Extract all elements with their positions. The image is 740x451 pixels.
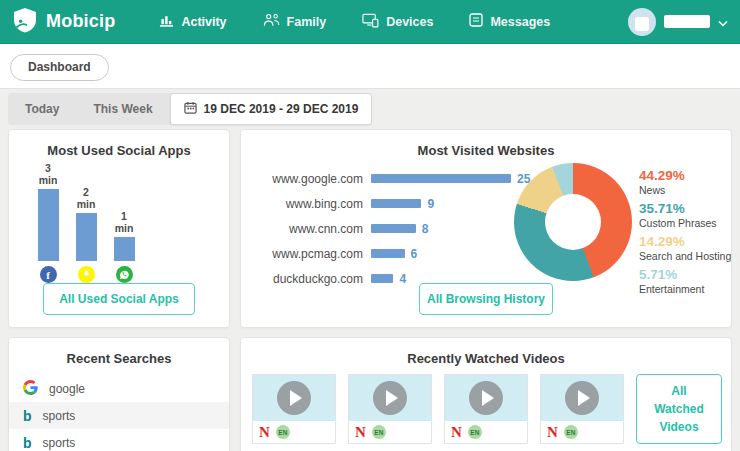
all-browsing-history-button[interactable]: All Browsing History — [419, 283, 553, 315]
facebook-icon: f — [40, 266, 57, 283]
search-query: sports — [43, 436, 76, 450]
bar-snapchat: 2min — [75, 186, 97, 261]
card-title: Recently Watched Videos — [241, 351, 731, 366]
nav-item-devices[interactable]: Devices — [362, 13, 433, 31]
list-item[interactable]: b sports — [9, 429, 229, 451]
language-badge: EN — [372, 425, 386, 439]
avatar[interactable] — [628, 8, 656, 36]
play-icon[interactable] — [373, 381, 407, 415]
tab-this-week[interactable]: This Week — [76, 94, 169, 124]
visit-bar — [371, 249, 405, 258]
legend-item: 14.29% Search and Hosting — [639, 234, 740, 262]
legend-item: 44.29% News — [639, 168, 740, 196]
whatsapp-usage-bar — [114, 237, 135, 261]
list-item[interactable]: google — [9, 375, 229, 402]
category-donut — [514, 163, 632, 281]
user-menu[interactable] — [628, 8, 728, 36]
all-used-social-apps-button[interactable]: All Used Social Apps — [43, 283, 195, 315]
play-icon[interactable] — [469, 381, 503, 415]
social-app-icons: f — [37, 266, 135, 283]
bar-whatsapp: 1min — [113, 210, 135, 261]
nav-item-family[interactable]: Family — [263, 13, 327, 31]
date-filter-tabs: Today This Week 19 DEC 2019 - 29 DEC 201… — [8, 93, 372, 125]
legend-item: 5.71% Entertainment — [639, 267, 740, 295]
nav-label: Family — [287, 15, 327, 29]
nav-label: Activity — [181, 15, 226, 29]
visit-bar — [371, 224, 416, 233]
all-watched-videos-button[interactable]: All Watched Videos — [636, 374, 722, 444]
list-item[interactable]: b sports — [9, 402, 229, 429]
card-recent-searches: Recent Searches google b sports b sports — [8, 337, 230, 451]
search-query: google — [49, 382, 85, 396]
mobicip-logo[interactable]: Mobicip — [12, 7, 115, 37]
websites-bar-chart: www.google.com 25 www.bing.com 9 www.cnn… — [255, 166, 530, 291]
google-icon — [23, 380, 38, 398]
card-recently-watched-videos: Recently Watched Videos N EN N EN N EN — [240, 337, 732, 451]
mobicip-bird-icon — [12, 7, 38, 37]
language-badge: EN — [468, 425, 482, 439]
site-row: www.bing.com 9 — [255, 191, 530, 216]
video-thumbnail — [253, 375, 335, 421]
bing-icon: b — [23, 409, 32, 423]
card-most-visited-websites: Most Visited Websites www.google.com 25 … — [240, 129, 732, 328]
card-title: Most Used Social Apps — [9, 143, 229, 158]
social-apps-bar-chart: 3min 2min 1min — [37, 164, 135, 261]
video-tile[interactable]: N EN — [252, 374, 336, 444]
netflix-icon: N — [259, 425, 270, 440]
video-tile[interactable]: N EN — [348, 374, 432, 444]
card-most-used-social-apps: Most Used Social Apps 3min 2min 1min f — [8, 129, 230, 328]
date-range-label: 19 DEC 2019 - 29 DEC 2019 — [204, 102, 359, 116]
language-badge: EN — [564, 425, 578, 439]
chevron-down-icon[interactable] — [718, 13, 728, 31]
card-title: Recent Searches — [9, 351, 229, 366]
site-row: www.cnn.com 8 — [255, 216, 530, 241]
netflix-icon: N — [451, 425, 462, 440]
visit-bar — [371, 174, 511, 183]
card-title: Most Visited Websites — [241, 143, 731, 158]
netflix-icon: N — [355, 425, 366, 440]
video-thumbnail — [541, 375, 623, 421]
visit-bar — [371, 199, 421, 208]
netflix-icon: N — [547, 425, 558, 440]
play-icon[interactable] — [277, 381, 311, 415]
video-list: N EN N EN N EN N EN All Watched Vid — [252, 374, 722, 444]
tab-date-range[interactable]: 19 DEC 2019 - 29 DEC 2019 — [170, 93, 373, 125]
snapchat-usage-bar — [76, 213, 97, 261]
play-icon[interactable] — [565, 381, 599, 415]
facebook-usage-bar — [38, 189, 59, 261]
snapchat-icon — [78, 266, 95, 283]
video-tile[interactable]: N EN — [444, 374, 528, 444]
breadcrumb-bar: Dashboard — [0, 44, 740, 89]
people-icon — [263, 13, 280, 30]
calendar-icon — [184, 101, 197, 117]
app-header: Mobicip Activity Family Devices Messages — [0, 0, 740, 44]
message-icon — [469, 13, 483, 30]
search-query: sports — [43, 409, 76, 423]
donut-legend: 44.29% News 35.71% Custom Phrases 14.29%… — [639, 168, 740, 300]
site-row: www.pcmag.com 6 — [255, 241, 530, 266]
bar-value-label: 1min — [115, 210, 134, 234]
nav-item-messages[interactable]: Messages — [469, 13, 550, 31]
tab-today[interactable]: Today — [8, 94, 76, 124]
site-row: www.google.com 25 — [255, 166, 530, 191]
breadcrumb[interactable]: Dashboard — [10, 54, 109, 81]
visit-bar — [371, 274, 393, 283]
video-thumbnail — [445, 375, 527, 421]
nav-item-activity[interactable]: Activity — [159, 13, 226, 31]
bar-chart-icon — [159, 13, 174, 31]
language-badge: EN — [276, 425, 290, 439]
video-thumbnail — [349, 375, 431, 421]
bing-icon: b — [23, 436, 32, 450]
devices-icon — [362, 13, 379, 31]
whatsapp-icon — [116, 266, 133, 283]
nav-label: Devices — [386, 15, 433, 29]
bar-facebook: 3min — [37, 162, 59, 261]
nav-label: Messages — [490, 15, 550, 29]
brand-name: Mobicip — [46, 11, 115, 32]
bar-value-label: 2min — [77, 186, 96, 210]
legend-item: 35.71% Custom Phrases — [639, 201, 740, 229]
main-nav: Activity Family Devices Messages — [159, 13, 550, 31]
video-tile[interactable]: N EN — [540, 374, 624, 444]
user-name-placeholder — [664, 15, 710, 28]
bar-value-label: 3min — [39, 162, 58, 186]
